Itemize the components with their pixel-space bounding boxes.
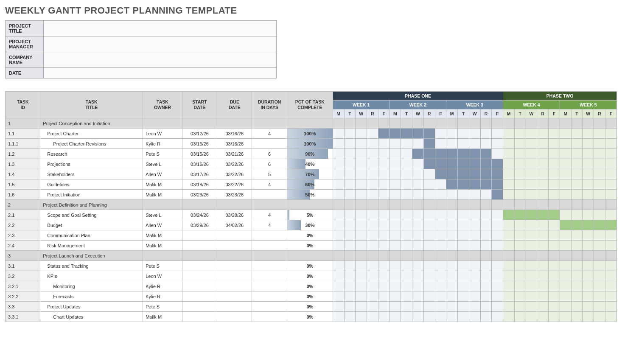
cell-start[interactable] (182, 261, 217, 271)
cell-due[interactable]: 03/23/26 (217, 190, 252, 200)
meta-value[interactable] (44, 52, 277, 68)
cell-owner[interactable]: Malik M (143, 230, 182, 241)
cell-task-id[interactable]: 3 (6, 251, 40, 261)
cell-task-title[interactable]: Project Initiation (40, 190, 143, 200)
cell-duration[interactable] (252, 291, 287, 302)
cell-duration[interactable] (252, 139, 287, 149)
cell-pct[interactable]: 50% (287, 190, 333, 200)
cell-task-id[interactable]: 1.4 (6, 169, 40, 179)
cell-duration[interactable]: 4 (252, 220, 287, 230)
cell-pct[interactable] (287, 251, 333, 261)
cell-pct[interactable]: 0% (287, 230, 333, 241)
cell-due[interactable]: 03/28/26 (217, 210, 252, 220)
cell-start[interactable] (182, 291, 217, 302)
cell-task-id[interactable]: 3.2.1 (6, 281, 40, 291)
cell-start[interactable] (182, 200, 217, 210)
cell-duration[interactable] (252, 118, 287, 129)
cell-task-id[interactable]: 1.6 (6, 190, 40, 200)
cell-owner[interactable]: Allen W (143, 220, 182, 230)
cell-start[interactable] (182, 271, 217, 281)
cell-pct[interactable]: 30% (287, 220, 333, 230)
cell-task-id[interactable]: 2.1 (6, 210, 40, 220)
cell-owner[interactable]: Pete S (143, 261, 182, 271)
meta-value[interactable] (44, 36, 277, 52)
cell-owner[interactable] (143, 251, 182, 261)
cell-start[interactable] (182, 302, 217, 312)
cell-pct[interactable] (287, 118, 333, 129)
cell-pct[interactable]: 100% (287, 129, 333, 139)
cell-task-id[interactable]: 3.2.2 (6, 291, 40, 302)
cell-task-title[interactable]: Monitoring (40, 281, 143, 291)
cell-pct[interactable] (287, 200, 333, 210)
cell-task-title[interactable]: Project Charter Revisions (40, 139, 143, 149)
cell-owner[interactable]: Steve L (143, 159, 182, 169)
cell-owner[interactable]: Leon W (143, 271, 182, 281)
cell-due[interactable]: 03/22/26 (217, 179, 252, 190)
cell-duration[interactable]: 6 (252, 159, 287, 169)
cell-duration[interactable] (252, 200, 287, 210)
cell-owner[interactable]: Kylie R (143, 139, 182, 149)
cell-due[interactable] (217, 302, 252, 312)
cell-due[interactable]: 03/16/26 (217, 129, 252, 139)
cell-owner[interactable]: Steve L (143, 210, 182, 220)
cell-start[interactable] (182, 230, 217, 241)
cell-task-title[interactable]: Scope and Goal Setting (40, 210, 143, 220)
cell-owner[interactable]: Kylie R (143, 291, 182, 302)
cell-duration[interactable] (252, 230, 287, 241)
cell-due[interactable] (217, 118, 252, 129)
cell-pct[interactable]: 0% (287, 241, 333, 251)
cell-task-title[interactable]: Research (40, 149, 143, 159)
cell-pct[interactable]: 0% (287, 261, 333, 271)
cell-duration[interactable] (252, 251, 287, 261)
cell-task-title[interactable]: KPIs (40, 271, 143, 281)
cell-task-title[interactable]: Budget (40, 220, 143, 230)
cell-duration[interactable]: 6 (252, 149, 287, 159)
cell-pct[interactable]: 70% (287, 169, 333, 179)
cell-pct[interactable]: 5% (287, 210, 333, 220)
cell-pct[interactable]: 0% (287, 291, 333, 302)
cell-owner[interactable] (143, 200, 182, 210)
cell-pct[interactable]: 0% (287, 271, 333, 281)
cell-pct[interactable]: 0% (287, 281, 333, 291)
cell-task-id[interactable]: 3.2 (6, 271, 40, 281)
cell-task-title[interactable]: Project Conception and Initiation (40, 118, 143, 129)
cell-pct[interactable]: 0% (287, 312, 333, 322)
cell-duration[interactable]: 4 (252, 210, 287, 220)
cell-task-id[interactable]: 1.2 (6, 149, 40, 159)
cell-due[interactable] (217, 230, 252, 241)
cell-start[interactable] (182, 312, 217, 322)
cell-task-id[interactable]: 1.3 (6, 159, 40, 169)
cell-task-title[interactable]: Guidelines (40, 179, 143, 190)
cell-task-title[interactable]: Communication Plan (40, 230, 143, 241)
cell-task-title[interactable]: Status and Tracking (40, 261, 143, 271)
cell-owner[interactable]: Malik M (143, 190, 182, 200)
cell-due[interactable] (217, 291, 252, 302)
cell-task-id[interactable]: 1.5 (6, 179, 40, 190)
cell-due[interactable] (217, 200, 252, 210)
cell-task-id[interactable]: 3.1 (6, 261, 40, 271)
cell-task-id[interactable]: 1.1.1 (6, 139, 40, 149)
meta-value[interactable] (44, 21, 277, 36)
cell-due[interactable] (217, 241, 252, 251)
cell-task-id[interactable]: 2 (6, 200, 40, 210)
cell-due[interactable]: 03/16/26 (217, 139, 252, 149)
cell-due[interactable] (217, 251, 252, 261)
cell-due[interactable] (217, 261, 252, 271)
cell-pct[interactable]: 100% (287, 139, 333, 149)
cell-task-title[interactable]: Project Updates (40, 302, 143, 312)
cell-task-title[interactable]: Stakeholders (40, 169, 143, 179)
cell-start[interactable]: 03/15/26 (182, 149, 217, 159)
cell-duration[interactable]: 5 (252, 169, 287, 179)
cell-due[interactable]: 03/21/26 (217, 149, 252, 159)
cell-duration[interactable] (252, 261, 287, 271)
cell-duration[interactable] (252, 271, 287, 281)
cell-start[interactable]: 03/16/26 (182, 159, 217, 169)
cell-duration[interactable] (252, 190, 287, 200)
cell-owner[interactable] (143, 118, 182, 129)
cell-task-title[interactable]: Forecasts (40, 291, 143, 302)
cell-task-id[interactable]: 1 (6, 118, 40, 129)
cell-start[interactable]: 03/18/26 (182, 179, 217, 190)
cell-due[interactable]: 04/02/26 (217, 220, 252, 230)
cell-owner[interactable]: Kylie R (143, 281, 182, 291)
cell-start[interactable]: 03/17/26 (182, 169, 217, 179)
